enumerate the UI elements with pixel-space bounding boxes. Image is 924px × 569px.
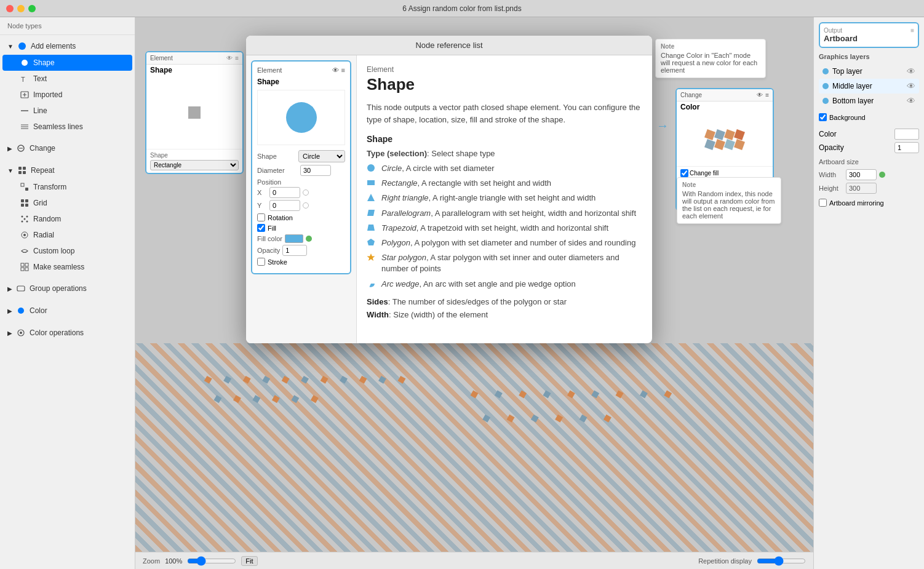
background-check[interactable] [819, 113, 827, 121]
maximize-button[interactable] [28, 5, 36, 12]
polygon-shape-icon [367, 238, 376, 248]
fill-check[interactable] [257, 224, 265, 232]
close-button[interactable] [6, 5, 14, 12]
height-input-panel[interactable] [846, 183, 877, 194]
text-item-icon: T [20, 74, 30, 84]
change-label: Change [30, 144, 55, 153]
repeat-icon [17, 165, 27, 175]
sidebar-item-shape[interactable]: Shape [2, 55, 132, 71]
width-field: Width: Size (width) of the element [367, 310, 642, 319]
svg-rect-14 [25, 188, 28, 191]
sidebar-item-custom-loop[interactable]: Custom loop [0, 243, 135, 259]
y-input[interactable] [269, 200, 300, 211]
svg-point-1 [22, 60, 28, 66]
stroke-check[interactable] [257, 258, 265, 266]
artboard-size-label: Artboard size [819, 158, 919, 165]
doc-shapes-list: Circle, A circle with set diameter Recta… [367, 163, 642, 290]
opacity-panel-input[interactable] [894, 142, 919, 153]
width-input-panel[interactable] [846, 169, 877, 180]
color-operations-label: Color operations [30, 328, 84, 337]
sidebar-item-transform[interactable]: Transform [0, 179, 135, 195]
node-panel-controls[interactable]: 👁 ≡ [332, 66, 345, 74]
panel-color-swatch[interactable] [894, 129, 919, 140]
x-input[interactable] [269, 187, 300, 198]
node-eye-icon[interactable]: 👁 [332, 66, 339, 74]
sidebar-item-seamless-lines[interactable]: Seamless lines [0, 119, 135, 135]
circle-desc: Circle, A circle with set diameter [381, 163, 495, 174]
shape-label: Shape [33, 58, 55, 67]
sidebar-item-line[interactable]: Line [0, 103, 135, 119]
width-desc: Size (width) of the element [393, 310, 488, 319]
sidebar-group-group-ops[interactable]: ▶ Group operations [0, 280, 135, 297]
svg-rect-27 [25, 263, 28, 266]
middle-layer-dot [822, 83, 829, 89]
shape-item-icon [20, 58, 30, 68]
fill-color-row: Fill color [257, 234, 345, 243]
shape-type-select-modal[interactable]: Circle Rectangle [298, 150, 345, 162]
y-label: Y [257, 202, 267, 209]
node-menu-icon[interactable]: ≡ [341, 66, 345, 74]
sidebar-item-grid[interactable]: Grid [0, 195, 135, 211]
rotation-row: Rotation [257, 213, 345, 221]
sidebar-item-make-seamless[interactable]: Make seamless [0, 259, 135, 275]
sidebar-item-radial[interactable]: Radial [0, 227, 135, 243]
height-label-panel: Height [819, 185, 843, 192]
stroke-label: Stroke [268, 258, 287, 266]
graphics-layers-label: Graphics layers [819, 53, 919, 60]
random-item-icon [20, 214, 30, 224]
svg-rect-17 [21, 204, 24, 207]
star-desc: Star polygon, A star polygon with set in… [381, 252, 642, 274]
layer-middle[interactable]: Middle layer 👁 [819, 79, 919, 94]
mirroring-text: Artboard mirroring [829, 199, 884, 207]
modal-overlay[interactable]: Node reference list Element 👁 ≡ [135, 17, 813, 569]
rotation-check[interactable] [257, 213, 265, 221]
parallelogram-desc: Parallelogram, A parallelogram with set … [381, 208, 636, 219]
artboard-menu-icon[interactable]: ≡ [910, 27, 914, 34]
mirroring-check[interactable] [819, 199, 827, 207]
svg-point-39 [286, 102, 317, 133]
window-title: 6 Assign random color from list.pnds [402, 4, 521, 13]
background-label: Background [819, 113, 919, 121]
sidebar-item-random[interactable]: Random [0, 211, 135, 227]
sidebar-group-change[interactable]: ▶ Change [0, 140, 135, 157]
output-type-label: Output [824, 27, 842, 34]
rect-shape-icon [367, 178, 376, 188]
svg-text:T: T [21, 76, 25, 83]
make-seamless-label: Make seamless [33, 263, 84, 271]
top-layer-dot [822, 68, 829, 74]
svg-marker-44 [367, 225, 375, 231]
opacity-label: Opacity [257, 247, 280, 254]
sidebar-item-imported[interactable]: Imported [0, 87, 135, 103]
top-layer-eye-icon[interactable]: 👁 [907, 66, 915, 76]
star-shape-icon [367, 253, 376, 263]
shape-triangle-item: Right triangle, A right-angle triangle w… [367, 193, 642, 204]
svg-rect-16 [25, 199, 28, 202]
layer-bottom[interactable]: Bottom layer 👁 [819, 94, 919, 108]
sidebar-group-add-elements[interactable]: ▼ Add elements [0, 38, 135, 55]
sidebar-group-color-ops[interactable]: ▶ Color operations [0, 324, 135, 341]
node-preview-area [257, 90, 345, 145]
sidebar-item-text[interactable]: T Text [0, 71, 135, 87]
svg-marker-46 [367, 253, 375, 261]
trapezoid-desc: Trapezoid, A trapetzoid with set height,… [381, 223, 608, 234]
svg-rect-11 [18, 171, 22, 174]
minimize-button[interactable] [17, 5, 25, 12]
sidebar-group-repeat[interactable]: ▼ Repeat [0, 162, 135, 179]
sidebar-header: Node types [0, 17, 135, 35]
node-reference-modal[interactable]: Node reference list Element 👁 ≡ [246, 36, 652, 343]
layer-top[interactable]: Top layer 👁 [819, 64, 919, 79]
svg-rect-28 [21, 268, 24, 271]
bottom-layer-eye-icon[interactable]: 👁 [907, 96, 915, 106]
trapezoid-shape-icon [367, 223, 376, 233]
opacity-input[interactable] [282, 245, 307, 256]
sidebar-group-color[interactable]: ▶ Color [0, 302, 135, 319]
width-output-dot [879, 172, 885, 178]
add-elements-section: ▼ Add elements Shape T Text [0, 35, 135, 137]
fill-color-swatch[interactable] [285, 234, 303, 243]
color-arrow-icon: ▶ [7, 308, 12, 314]
window-controls[interactable] [6, 5, 36, 12]
y-dot [303, 202, 309, 209]
middle-layer-eye-icon[interactable]: 👁 [907, 81, 915, 91]
canvas-area[interactable]: Element 👁 ≡ Shape Shape Rectangle [135, 17, 813, 569]
diameter-input[interactable] [300, 165, 331, 176]
